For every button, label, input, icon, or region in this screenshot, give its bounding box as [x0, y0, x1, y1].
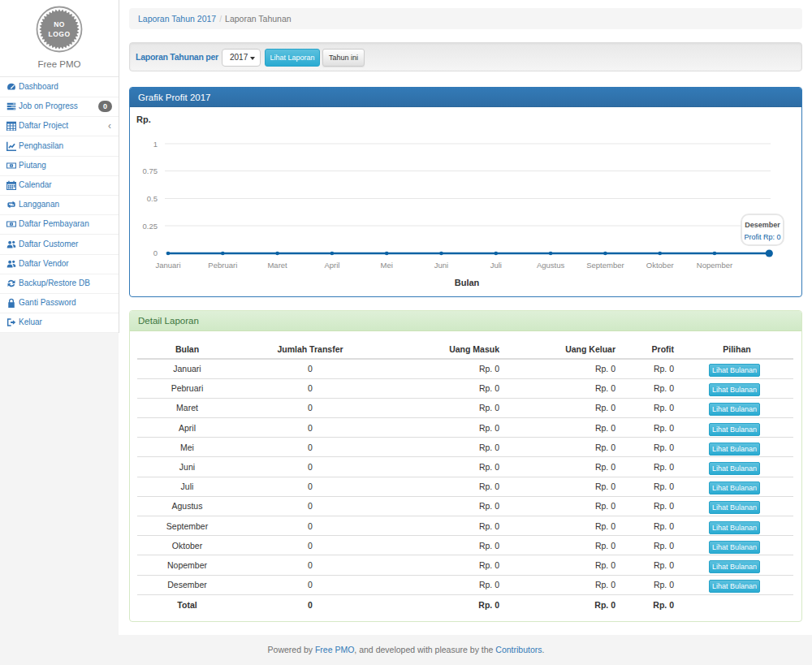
svg-text:0: 0 — [153, 248, 158, 257]
svg-text:Januari: Januari — [155, 261, 180, 270]
svg-text:NO: NO — [54, 20, 65, 28]
svg-text:April: April — [324, 261, 339, 270]
svg-text:Rp.: Rp. — [136, 114, 151, 124]
svg-text:0.75: 0.75 — [143, 166, 158, 175]
svg-text:Mei: Mei — [381, 261, 393, 270]
svg-text:1: 1 — [153, 140, 158, 149]
svg-text:Agustus: Agustus — [537, 261, 565, 270]
svg-text:Nopember: Nopember — [697, 261, 732, 270]
svg-text:0.5: 0.5 — [147, 194, 158, 203]
svg-text:Juni: Juni — [434, 261, 448, 270]
svg-text:0.25: 0.25 — [143, 222, 158, 231]
svg-text:LOGO: LOGO — [48, 30, 70, 38]
svg-text:Juli: Juli — [490, 261, 502, 270]
svg-text:Pebruari: Pebruari — [208, 261, 237, 270]
svg-text:September: September — [586, 261, 624, 270]
svg-text:Oktober: Oktober — [646, 261, 674, 270]
svg-text:Maret: Maret — [267, 261, 287, 270]
svg-text:Bulan: Bulan — [455, 278, 480, 287]
